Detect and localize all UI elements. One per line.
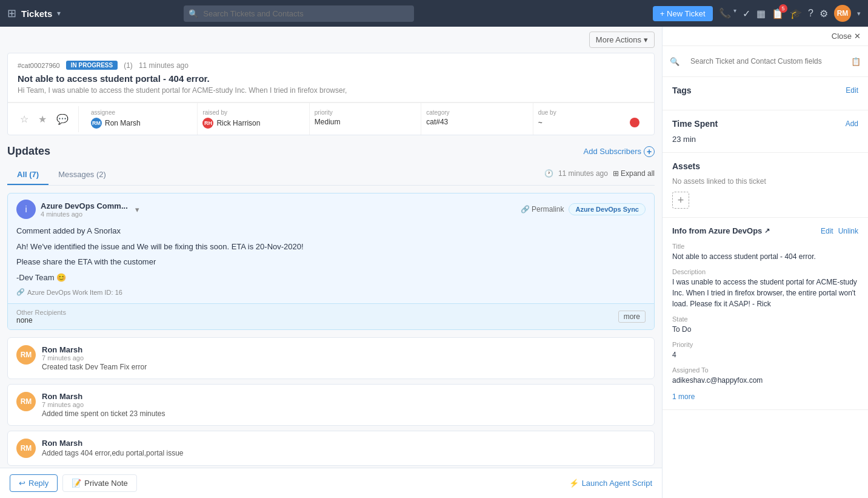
reply-icon: ↩: [19, 479, 25, 488]
more-actions-bar: More Actions ▾: [0, 27, 662, 53]
ticket-header: #cat00027960 IN PROGRESS (1) 11 minutes …: [8, 53, 654, 103]
star-filled-button[interactable]: ★: [36, 111, 49, 127]
more-actions-button[interactable]: More Actions ▾: [589, 32, 655, 48]
comment-button[interactable]: 💬: [54, 111, 71, 127]
assets-title: Assets: [672, 161, 700, 171]
info-icon: 📋: [851, 57, 861, 66]
nav-search-container: 🔍: [184, 5, 414, 22]
ticket-time-ago: 11 minutes ago: [139, 61, 189, 70]
due-by-field: due by ~: [533, 103, 644, 135]
avatar[interactable]: RM: [834, 5, 851, 22]
activity-name-1: Ron Marsh: [42, 345, 147, 354]
azure-priority-field: Priority 4: [672, 341, 858, 360]
check-icon[interactable]: ✓: [743, 8, 750, 19]
tab-messages[interactable]: Messages (2): [48, 165, 116, 185]
update-body-line-2: Ah! We've identified the issue and We wi…: [16, 241, 646, 253]
update-item-actions: 🔗 Permalink Azure DevOps Sync: [521, 203, 646, 215]
azure-priority-value: 4: [672, 349, 858, 360]
azure-title-value: Not able to access student portal - 404 …: [672, 251, 858, 262]
hat-icon[interactable]: 🎓: [790, 8, 802, 19]
azure-unlink-button[interactable]: Unlink: [838, 227, 858, 235]
tab-all[interactable]: All (7): [7, 165, 48, 185]
script-icon: ⚡: [569, 479, 579, 488]
recipients-label: Other Recipients: [16, 309, 66, 316]
azure-assigned-to-value: adikeshav.c@happyfox.com: [672, 375, 858, 386]
azure-info-header: Info from Azure DevOps ↗ Edit Unlink: [672, 226, 858, 235]
note-icon: 📝: [72, 479, 81, 488]
azure-info-section: Info from Azure DevOps ↗ Edit Unlink Tit…: [663, 218, 868, 410]
activity-text-1: Created task Dev Team Fix error: [42, 363, 147, 371]
nav-title[interactable]: Tickets: [21, 8, 52, 19]
chevron-down-icon-avatar[interactable]: ▾: [857, 10, 861, 18]
azure-state-field: State To Do: [672, 315, 858, 335]
category-value: cat#43: [426, 118, 527, 126]
tags-header: Tags Edit: [672, 86, 858, 95]
azure-info-title: Info from Azure DevOps ↗: [672, 226, 770, 235]
due-by-value: ~: [538, 118, 542, 127]
add-subscribers-button[interactable]: Add Subscribers +: [584, 146, 655, 157]
time-filter-label: 11 minutes ago: [558, 169, 608, 178]
tags-edit-button[interactable]: Edit: [846, 86, 858, 95]
tab-actions: 🕐 11 minutes ago ⊞ Expand all: [544, 165, 655, 185]
chevron-down-icon-update[interactable]: ▾: [135, 205, 139, 214]
settings-icon[interactable]: ⚙: [820, 8, 828, 19]
help-icon[interactable]: ?: [808, 8, 813, 19]
launch-agent-script-button[interactable]: ⚡ Launch Agent Script: [569, 479, 652, 488]
grid-icon: ⊞: [7, 7, 16, 20]
external-link-icon: ↗: [764, 227, 770, 235]
azure-edit-button[interactable]: Edit: [821, 227, 833, 235]
activity-text-3: Added tags 404 error,edu portal,portal i…: [42, 449, 183, 457]
activity-time-2: 7 minutes ago: [42, 401, 165, 408]
chevron-down-icon[interactable]: ▾: [57, 9, 61, 18]
time-spent-title: Time Spent: [672, 119, 718, 129]
recipients-row: Other Recipients none more: [8, 303, 654, 329]
update-body: Comment added by A Snorlax Ah! We've ide…: [8, 225, 654, 303]
plus-icon: +: [644, 146, 655, 157]
ticket-id: #cat00027960: [18, 62, 60, 69]
azure-state-value: To Do: [672, 324, 858, 335]
ticket-reply-count: (1): [124, 61, 133, 70]
ticket-card: #cat00027960 IN PROGRESS (1) 11 minutes …: [7, 53, 655, 135]
azure-icon: i: [16, 200, 36, 219]
custom-fields-search-input[interactable]: [684, 53, 846, 69]
nav-left: ⊞ Tickets ▾: [7, 7, 61, 20]
private-note-button[interactable]: 📝 Private Note: [62, 474, 137, 492]
rp-search: 🔍 📋: [663, 46, 868, 77]
azure-description-value: I was unable to access the student porta…: [672, 277, 858, 309]
azure-work-item-link: 🔗 Azure DevOps Work Item ID: 16: [16, 288, 646, 296]
updates-tabs: All (7) Messages (2) 🕐 11 minutes ago ⊞ …: [7, 165, 655, 186]
nav-right: + New Ticket 📞 ▾ ✓ ▦ 📋 5 🎓 ? ⚙ RM ▾: [653, 5, 861, 22]
notification-icon[interactable]: 📋 5: [772, 8, 784, 19]
add-asset-button[interactable]: +: [672, 192, 689, 209]
update-body-line-3: Please share the ETA with the customer: [16, 256, 646, 268]
permalink-button[interactable]: 🔗 Permalink: [521, 205, 564, 214]
more-recipients-button[interactable]: more: [618, 311, 646, 323]
reply-button[interactable]: ↩ Reply: [10, 474, 58, 492]
expand-icon: ⊞: [613, 169, 619, 178]
updates-header: Updates Add Subscribers +: [7, 143, 655, 158]
more-azure-fields-button[interactable]: 1 more: [672, 392, 695, 401]
update-body-line-4: -Dev Team 😊: [16, 272, 646, 284]
time-spent-header: Time Spent Add: [672, 119, 858, 129]
priority-indicator: [630, 118, 639, 127]
tag-icon: 🔗: [16, 288, 25, 296]
tags-section: Tags Edit: [663, 77, 868, 110]
bottom-bar: ↩ Reply 📝 Private Note ⚡ Launch Agent Sc…: [0, 468, 662, 498]
close-button[interactable]: Close ✕: [832, 32, 861, 41]
azure-assigned-to-field: Assigned To adikeshav.c@happyfox.com: [672, 366, 858, 386]
author-name: Azure DevOps Comm...: [41, 201, 128, 210]
close-icon: ✕: [854, 32, 861, 41]
layout-icon[interactable]: ▦: [756, 8, 766, 19]
star-outline-button[interactable]: ☆: [18, 111, 31, 127]
azure-title-field: Title Not able to access student portal …: [672, 243, 858, 262]
raised-by-field: raised by RH Rick Harrison: [198, 103, 309, 135]
activity-name-3: Ron Marsh: [42, 439, 183, 448]
update-body-line-1: Comment added by A Snorlax: [16, 225, 646, 237]
phone-icon[interactable]: 📞 ▾: [719, 7, 736, 19]
expand-all-button[interactable]: ⊞ Expand all: [613, 169, 655, 178]
search-icon: 🔍: [189, 9, 198, 18]
search-input[interactable]: [184, 5, 414, 22]
new-ticket-button[interactable]: + New Ticket: [653, 6, 713, 21]
time-spent-add-button[interactable]: Add: [846, 119, 858, 128]
assignee-name: Ron Marsh: [105, 119, 141, 127]
